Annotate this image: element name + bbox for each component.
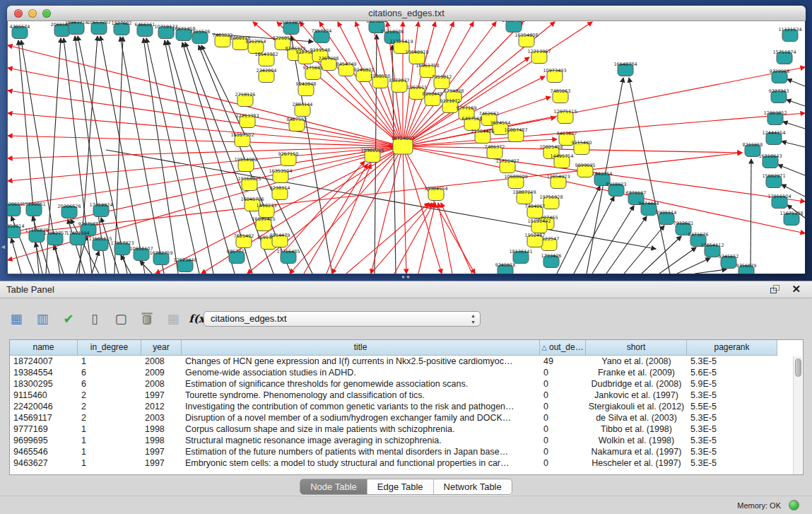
graph-node[interactable]: 9245918	[495, 262, 516, 274]
cell-out_de[interactable]: 0	[540, 435, 586, 446]
column-header-in_degree[interactable]: in_degree	[78, 340, 141, 356]
cell-name[interactable]: 19384554	[10, 367, 78, 378]
cell-pagerank[interactable]: 5.3E-5	[687, 356, 777, 367]
cell-pagerank[interactable]: 5.6E-5	[687, 367, 777, 378]
cell-name[interactable]: 9699695	[10, 435, 78, 446]
memory-status-icon[interactable]	[789, 500, 799, 510]
cell-title[interactable]: Embryonic stem cells: a model to study s…	[182, 457, 540, 469]
graph-node[interactable]: 15716485	[276, 249, 300, 264]
graph-node[interactable]: 7625402	[234, 233, 254, 248]
cell-pagerank[interactable]: 5.9E-5	[687, 378, 777, 390]
select-all-icon[interactable]: ✔	[59, 310, 78, 328]
graph-node[interactable]: 10688609	[504, 174, 527, 189]
edge[interactable]	[695, 269, 726, 274]
cell-in_degree[interactable]: 6	[78, 367, 141, 378]
show-columns-icon[interactable]: ▥	[33, 310, 52, 328]
network-canvas[interactable]: 4305574206914061894371410653287152760264…	[8, 21, 805, 274]
splitter-handle[interactable]: ● ●	[400, 275, 411, 279]
cell-pagerank[interactable]: 5.3E-5	[687, 390, 777, 401]
column-header-pagerank[interactable]: pagerank	[687, 340, 777, 356]
graph-node[interactable]: 15198061	[22, 201, 45, 216]
cell-short[interactable]: Hescheler et al. (1997)	[586, 457, 687, 469]
cell-short[interactable]: Stergiakouli et al. (2012)	[586, 401, 687, 412]
cell-name[interactable]: 9777169	[10, 424, 78, 435]
cell-year[interactable]: 1997	[141, 457, 182, 469]
cell-title[interactable]: Estimation of significance thresholds fo…	[182, 378, 540, 390]
cell-in_degree[interactable]: 1	[78, 356, 141, 367]
graph-node[interactable]: 7955812	[432, 74, 452, 89]
graph-node[interactable]: 1733426	[541, 253, 562, 268]
graph-node[interactable]: 18136141	[509, 249, 532, 264]
cell-year[interactable]: 2012	[141, 401, 182, 412]
citation-graph[interactable]: 4305574206914061894371410653287152760264…	[8, 21, 805, 274]
cell-in_degree[interactable]: 1	[78, 435, 141, 446]
graph-node[interactable]: 9329966	[770, 69, 790, 83]
cell-in_degree[interactable]: 2	[78, 401, 141, 412]
cell-name[interactable]: 18724007	[10, 356, 78, 367]
graph-node[interactable]: 7515526	[190, 29, 211, 44]
graph-node[interactable]: 15692971	[762, 173, 785, 188]
cell-short[interactable]: Nakamura et al. (1997)	[586, 446, 687, 457]
cell-year[interactable]: 1998	[141, 424, 182, 435]
cell-out_de[interactable]: 49	[540, 356, 586, 367]
graph-node[interactable]: 10107552	[230, 132, 254, 147]
graph-node[interactable]: 10653287	[87, 21, 110, 35]
cell-name[interactable]: 9465546	[10, 446, 78, 457]
cell-title[interactable]: Corpus callosum shape and size in male p…	[182, 424, 540, 435]
network-window-titlebar[interactable]: citations_edges.txt	[7, 6, 806, 21]
cell-in_degree[interactable]: 1	[78, 446, 141, 457]
graph-node[interactable]: 9857771	[227, 249, 247, 264]
cell-short[interactable]: de Silva et al. (2003)	[586, 412, 687, 424]
cell-short[interactable]: Dudbridge et al. (2008)	[586, 378, 687, 390]
cell-year[interactable]: 1997	[141, 446, 182, 457]
table-row[interactable]: 1830029562008Estimation of significance …	[10, 378, 803, 390]
graph-node[interactable]: 7484067	[525, 204, 546, 218]
graph-node[interactable]: 20387682	[502, 21, 525, 33]
cell-out_de[interactable]: 0	[540, 367, 586, 378]
graph-node[interactable]: 9238314	[270, 185, 290, 200]
graph-node[interactable]: 11675338	[779, 211, 803, 226]
tab-network-table[interactable]: Network Table	[434, 479, 512, 494]
cell-name[interactable]: 9115460	[10, 390, 78, 401]
column-header-title[interactable]: title	[182, 340, 540, 356]
cell-short[interactable]: Yano et al. (2008)	[586, 356, 687, 367]
cell-out_de[interactable]: 0	[540, 401, 586, 412]
edge[interactable]	[677, 258, 710, 274]
tab-node-table[interactable]: Node Table	[300, 479, 367, 494]
cell-pagerank[interactable]: 5.3E-5	[687, 424, 777, 435]
edge[interactable]	[751, 159, 751, 274]
cell-in_degree[interactable]: 1	[78, 457, 141, 469]
graph-node[interactable]: 19654923	[546, 174, 570, 189]
new-table-icon[interactable]: ▢	[112, 310, 130, 328]
graph-node[interactable]: 2803144	[293, 102, 313, 117]
table-row[interactable]: 911546021997Tourette syndrome. Phenomeno…	[10, 390, 803, 401]
edge[interactable]	[782, 141, 805, 147]
edge[interactable]	[121, 255, 131, 274]
edge[interactable]	[787, 100, 805, 106]
graph-node[interactable]: 15751074	[772, 49, 796, 64]
cell-out_de[interactable]: 0	[540, 390, 586, 401]
row-height-icon[interactable]: ▯	[86, 310, 104, 328]
graph-node[interactable]: 10973493	[543, 68, 566, 83]
graph-node[interactable]: 12093852	[763, 110, 787, 125]
table-row[interactable]: 977716911998Corpus callosum shape and si…	[10, 424, 803, 435]
graph-node[interactable]: 18724007	[391, 136, 414, 154]
tab-edge-table[interactable]: Edge Table	[367, 479, 434, 494]
edge[interactable]	[403, 146, 742, 153]
graph-node[interactable]: 11121534	[778, 27, 801, 42]
edge[interactable]	[346, 203, 429, 274]
edge[interactable]	[441, 203, 472, 274]
table-row[interactable]: 969969511998Structural magnetic resonanc…	[10, 435, 803, 446]
cell-pagerank[interactable]: 5.3E-5	[687, 457, 777, 469]
cell-short[interactable]: Jankovic et al. (1997)	[586, 390, 687, 401]
graph-node[interactable]: 9356029	[736, 263, 757, 274]
edge[interactable]	[120, 37, 164, 274]
cell-short[interactable]: Tibbo et al. (1998)	[586, 424, 687, 435]
cell-year[interactable]: 1997	[141, 390, 182, 401]
table-row[interactable]: 946362711997Embryonic stem cells: a mode…	[10, 457, 803, 469]
cell-year[interactable]: 2008	[141, 356, 182, 367]
graph-node[interactable]: 9699695	[575, 163, 596, 177]
edge[interactable]	[418, 203, 435, 274]
cell-year[interactable]: 2003	[141, 412, 182, 424]
table-row[interactable]: 1872400712008Changes of HCN gene express…	[10, 356, 803, 367]
